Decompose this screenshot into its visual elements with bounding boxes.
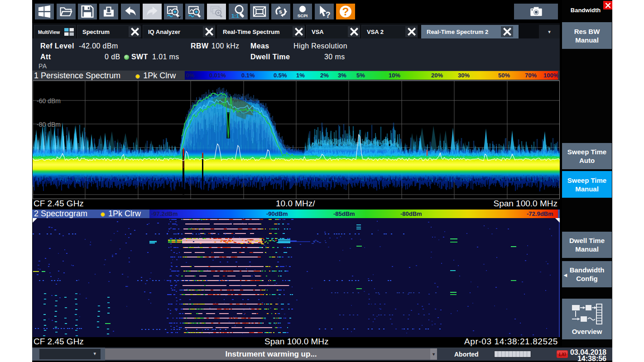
svg-text:?: ?	[326, 10, 331, 19]
svg-text:1:1: 1:1	[231, 13, 239, 19]
svg-text:s: s	[279, 9, 282, 15]
svg-text:-60 dBm: -60 dBm	[37, 97, 61, 105]
svg-text:?: ?	[342, 5, 349, 18]
svg-text:-80 dBm: -80 dBm	[37, 121, 61, 128]
svg-text:LXI: LXI	[559, 352, 566, 357]
svg-text:SCPI: SCPI	[298, 13, 308, 18]
